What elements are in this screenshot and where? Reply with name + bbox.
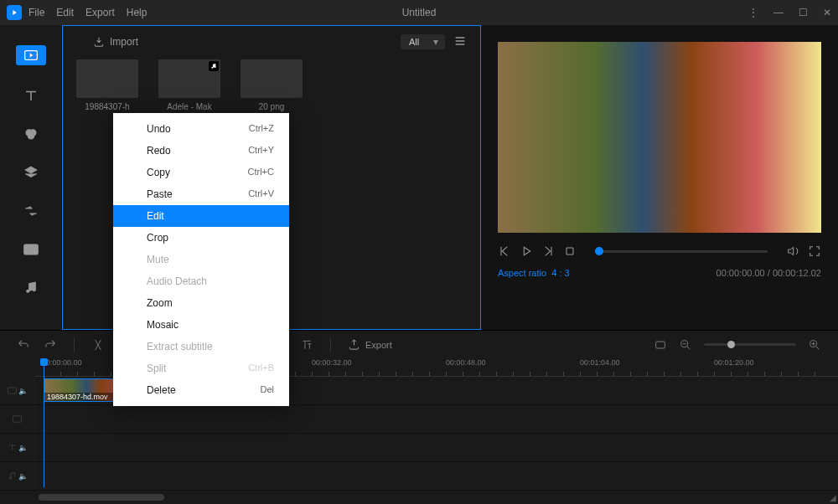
svg-point-23 bbox=[9, 477, 11, 479]
svg-point-3 bbox=[28, 133, 34, 140]
undo-icon[interactable] bbox=[17, 338, 30, 352]
preview-canvas[interactable] bbox=[498, 42, 821, 233]
svg-rect-21 bbox=[8, 388, 16, 393]
svg-point-6 bbox=[33, 289, 35, 291]
library-header: Import All bbox=[63, 26, 480, 58]
context-menu: UndoCtrl+ZRedoCtrl+YCopyCtrl+CPasteCtrl+… bbox=[113, 113, 289, 406]
context-item-split: SplitCtrl+B bbox=[113, 357, 289, 379]
close-icon[interactable]: ✕ bbox=[823, 7, 831, 18]
audio-badge-icon bbox=[209, 61, 219, 71]
main-menu: File Edit Export Help bbox=[28, 7, 147, 18]
app-logo-icon bbox=[7, 5, 22, 20]
context-item-undo[interactable]: UndoCtrl+Z bbox=[113, 118, 289, 140]
playhead[interactable] bbox=[44, 358, 44, 487]
fit-icon[interactable] bbox=[654, 338, 667, 352]
play-icon[interactable] bbox=[520, 244, 533, 258]
minimize-icon[interactable]: — bbox=[773, 7, 784, 18]
menu-edit[interactable]: Edit bbox=[56, 7, 74, 18]
thumb-name: 20 png bbox=[241, 102, 303, 111]
overlays-tab-icon[interactable] bbox=[23, 164, 39, 181]
playback-controls bbox=[498, 233, 821, 265]
audio-track[interactable]: 🔈 bbox=[0, 462, 838, 491]
context-item-extract-subtitle: Extract subtitle bbox=[113, 336, 289, 357]
thumb-name: Adele - Mak bbox=[158, 102, 220, 111]
left-toolbar bbox=[0, 25, 62, 330]
thumb-name: 19884307-h bbox=[76, 102, 138, 111]
volume-icon[interactable] bbox=[786, 244, 799, 258]
fullscreen-icon[interactable] bbox=[808, 244, 821, 258]
track-header[interactable] bbox=[0, 405, 35, 433]
media-thumb[interactable]: 19884307-h bbox=[76, 59, 138, 111]
ruler-tick: 00:01:04.00 bbox=[580, 358, 620, 367]
import-label: Import bbox=[110, 36, 138, 48]
svg-rect-4 bbox=[23, 244, 38, 255]
text-tool-icon[interactable] bbox=[300, 338, 313, 352]
video-track-2[interactable] bbox=[0, 405, 838, 434]
library-filter: All bbox=[401, 34, 467, 49]
svg-point-7 bbox=[211, 67, 213, 69]
playback-slider[interactable] bbox=[595, 250, 768, 253]
split-icon[interactable] bbox=[91, 338, 105, 352]
svg-rect-18 bbox=[656, 342, 665, 348]
menu-help[interactable]: Help bbox=[127, 7, 147, 18]
track-header[interactable]: 🔈 bbox=[0, 377, 35, 404]
ruler-tick: 00:00:48.00 bbox=[446, 358, 486, 367]
aspect-ratio[interactable]: Aspect ratio 4 : 3 bbox=[498, 268, 570, 278]
media-thumb[interactable]: Adele - Mak bbox=[158, 59, 220, 111]
context-item-mute: Mute bbox=[113, 249, 289, 270]
ruler-tick: 00:00:32.00 bbox=[312, 358, 352, 367]
stop-icon[interactable] bbox=[563, 244, 577, 258]
media-thumbs: 19884307-h Adele - Mak 20 png bbox=[63, 58, 480, 113]
ruler-tick: 00:00:00.00 bbox=[42, 358, 82, 367]
zoom-in-icon[interactable] bbox=[808, 338, 821, 352]
view-list-icon[interactable] bbox=[453, 35, 467, 49]
menu-file[interactable]: File bbox=[28, 7, 44, 18]
svg-point-5 bbox=[26, 290, 28, 292]
media-thumb[interactable]: 20 png bbox=[241, 59, 303, 111]
more-icon[interactable]: ⋮ bbox=[748, 7, 758, 18]
document-title: Untitled bbox=[402, 7, 437, 18]
prev-frame-icon[interactable] bbox=[498, 244, 511, 258]
svg-point-8 bbox=[215, 66, 216, 68]
context-item-edit[interactable]: Edit bbox=[113, 205, 289, 227]
context-item-copy[interactable]: CopyCtrl+C bbox=[113, 162, 289, 183]
redo-icon[interactable] bbox=[44, 338, 57, 352]
media-tab-icon[interactable] bbox=[16, 45, 46, 65]
context-item-delete[interactable]: DeleteDel bbox=[113, 379, 289, 401]
track-header[interactable]: 🔈 bbox=[0, 434, 35, 461]
preview-footer: Aspect ratio 4 : 3 00:00:00.00 / 00:00:1… bbox=[498, 265, 821, 278]
context-item-redo[interactable]: RedoCtrl+Y bbox=[113, 140, 289, 162]
preview-panel: Aspect ratio 4 : 3 00:00:00.00 / 00:00:1… bbox=[481, 25, 838, 330]
track-header[interactable]: 🔈 bbox=[0, 462, 35, 490]
export-button[interactable]: Export bbox=[348, 338, 392, 351]
filters-tab-icon[interactable] bbox=[23, 126, 39, 142]
svg-rect-9 bbox=[566, 248, 573, 255]
timecode: 00:00:00.00 / 00:00:12.02 bbox=[716, 268, 821, 278]
text-tab-icon[interactable] bbox=[23, 87, 39, 104]
context-item-paste[interactable]: PasteCtrl+V bbox=[113, 183, 289, 205]
text-track[interactable]: 🔈 bbox=[0, 434, 838, 462]
zoom-out-icon[interactable] bbox=[679, 338, 692, 352]
zoom-controls bbox=[654, 338, 821, 352]
import-button[interactable]: Import bbox=[93, 36, 138, 48]
transitions-tab-icon[interactable] bbox=[23, 203, 39, 219]
maximize-icon[interactable]: ☐ bbox=[799, 7, 808, 18]
ruler-tick: 00:01:20.00 bbox=[714, 358, 754, 367]
svg-rect-22 bbox=[13, 416, 21, 422]
title-bar: File Edit Export Help Untitled ⋮ — ☐ ✕ bbox=[0, 0, 838, 25]
resize-handle-icon[interactable]: ◢ bbox=[830, 493, 836, 502]
timeline-scrollbar[interactable] bbox=[39, 494, 830, 501]
zoom-slider[interactable] bbox=[704, 343, 796, 346]
context-item-crop[interactable]: Crop bbox=[113, 227, 289, 249]
context-item-zoom[interactable]: Zoom bbox=[113, 292, 289, 314]
menu-export[interactable]: Export bbox=[85, 7, 115, 18]
elements-tab-icon[interactable] bbox=[23, 241, 39, 258]
audio-tab-icon[interactable] bbox=[23, 280, 39, 296]
next-frame-icon[interactable] bbox=[541, 244, 555, 258]
filter-select[interactable]: All bbox=[401, 34, 445, 49]
window-controls: ⋮ — ☐ ✕ bbox=[748, 7, 831, 18]
context-item-mosaic[interactable]: Mosaic bbox=[113, 314, 289, 336]
context-item-audio-detach: Audio Detach bbox=[113, 270, 289, 292]
